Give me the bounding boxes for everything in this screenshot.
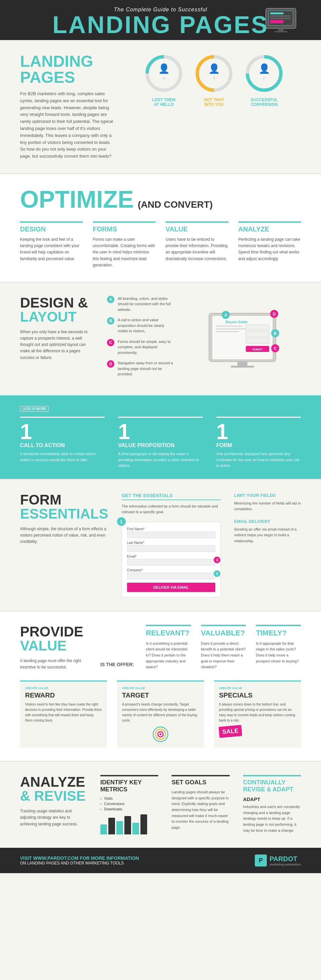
optimize-value-text: Users have to be enticed to provide thei…: [166, 236, 228, 262]
form-input-email[interactable]: [127, 559, 216, 566]
relevant-title: RELEVANT?: [146, 625, 191, 637]
optimize-col-value: VALUE Users have to be enticed to provid…: [166, 221, 228, 269]
circle-wrap-1: 👤 ✕: [144, 53, 184, 94]
target-svg: [152, 726, 169, 743]
form-field-company: Company* 2: [127, 568, 216, 579]
optimize-cols: DESIGN Keeping the look and feel of a la…: [20, 221, 301, 269]
email-delivery-title: EMAIL DELIVERY: [234, 519, 301, 524]
design-points: A All branding, colors, and styles shoul…: [107, 296, 174, 382]
circle-svg-2: 👤 ?: [194, 53, 234, 94]
design-point-b: B A call to action and value proposition…: [107, 317, 174, 334]
svg-text:C: C: [274, 346, 277, 351]
footer-text: VISIT WWW.PARDOT.COM FOR MORE INFORMATIO…: [20, 856, 139, 865]
design-point-d: D Navigation away from or around a landi…: [107, 360, 174, 377]
design-point-c: C Forms should be simple, easy to comple…: [107, 339, 174, 356]
intro-circles: 👤 ✕ LOST THEM AT HELLO 👤 ? NOT THAT: [127, 53, 301, 114]
optimize-title: OPTIMIZE (AND CONVERT): [20, 187, 301, 212]
provide-value-section: PROVIDE VALUE A landing page must offer …: [0, 611, 321, 761]
form-input-company[interactable]: [127, 573, 216, 579]
less-cta-title: CALL TO ACTION: [20, 442, 105, 449]
analyze-left: ANALYZE & REVISE Tracking usage statisti…: [20, 775, 87, 834]
bar-6: [141, 815, 147, 834]
point-letter-a: A: [107, 296, 114, 303]
footer-text-content: VISIT WWW.PARDOT.COM FOR MORE INFORMATIO…: [20, 856, 139, 861]
analyze-col-metrics: IDENTIFY KEY METRICS Visits Conversions …: [100, 775, 158, 834]
metric-downloads: Downloads: [100, 807, 158, 811]
less-form-title: FORM: [216, 442, 301, 449]
logo-icon: P: [255, 854, 267, 867]
less-col-value-prop: 1 VALUE PROPOSITION A short paragraph or…: [118, 417, 203, 469]
form-mockup: 1 First Name* Last Name* Email* 3 Compan…: [122, 522, 221, 597]
bar-2: [109, 818, 115, 834]
get-essentials-title: GET THE ESSENTIALS: [122, 493, 221, 500]
value-question-timely: TIMELY? Is it appropriate for that stage…: [256, 625, 301, 670]
form-input-firstname[interactable]: [127, 531, 216, 538]
form-field-email: Email* 3: [127, 555, 216, 566]
continually-title: CONTINUALLY REVISE & ADAPT: [243, 775, 301, 793]
valuable-title: VALUABLE?: [201, 625, 246, 637]
form-num-3: 3: [214, 557, 220, 563]
circle-wrap-2: 👤 ?: [194, 53, 234, 94]
footer-section: VISIT WWW.PARDOT.COM FOR MORE INFORMATIO…: [0, 848, 321, 873]
svg-text:✓: ✓: [263, 76, 265, 80]
circle-svg-3: 👤 ✓: [244, 53, 284, 94]
reward-card-title: REWARD: [25, 692, 102, 699]
form-num-2: 2: [214, 570, 220, 577]
less-num-3: 1: [216, 421, 301, 442]
optimize-col-design: DESIGN Keeping the look and feel of a la…: [20, 221, 83, 269]
analyze-revise-section: ANALYZE & REVISE Tracking usage statisti…: [0, 762, 321, 848]
optimize-big-text: OPTIMIZE: [20, 187, 134, 212]
reward-card-label: CREATE VALUE: [25, 687, 102, 690]
svg-text:✕: ✕: [163, 76, 165, 80]
optimize-sub-text: (AND CONVERT): [138, 199, 212, 210]
design-text: When you only have a few seconds to capt…: [20, 329, 94, 361]
form-essentials-inner: FORM ESSENTIALS Although simple, the str…: [20, 493, 301, 597]
specials-card-text: It always comes down to the bottom line,…: [219, 702, 296, 723]
form-essentials-section: FORM ESSENTIALS Although simple, the str…: [0, 479, 321, 611]
svg-text:A: A: [224, 313, 227, 318]
point-text-a: All branding, colors, and styles should …: [118, 296, 174, 313]
form-submit-btn[interactable]: DELIVER VIA EMAIL: [127, 583, 216, 592]
design-right: A All branding, colors, and styles shoul…: [107, 296, 301, 382]
intro-section: LANDING PAGES For B2B marketers with lon…: [0, 40, 321, 173]
specials-card-label: CREATE VALUE: [219, 687, 296, 690]
less-is-more-section: LESS IS MORE 1 CALL TO ACTION It should …: [0, 395, 321, 479]
adapt-title: ADAPT: [243, 796, 301, 802]
target-card-text: A prospect's needs change constantly. Ta…: [122, 702, 199, 723]
monitor-mockup: A D B C Buyers Guide: [184, 296, 301, 382]
circle-wrap-3: 👤 ✓: [244, 53, 284, 94]
form-input-lastname[interactable]: [127, 545, 216, 552]
specials-card-title: SPECIALS: [219, 692, 296, 699]
optimize-col-analyze: ANALYZE Perfecting a landing page can ta…: [238, 221, 301, 269]
form-num-pin-1: 1: [117, 517, 126, 526]
footer-text-line3: ON LANDING PAGES AND OTHER MARKETING TOO…: [20, 861, 139, 865]
identify-metrics-title: IDENTIFY KEY METRICS: [100, 775, 158, 793]
metric-conversions: Conversions: [100, 802, 158, 806]
value-cards: CREATE VALUE REWARD Visitors need to fee…: [20, 681, 301, 748]
bar-1: [100, 824, 107, 834]
sale-badge: SALE: [219, 725, 243, 738]
header-section: The Complete Guide to Successful LANDING…: [0, 0, 321, 40]
svg-text:👤: 👤: [208, 63, 220, 74]
logo-subtext: marketing automation: [270, 863, 301, 866]
form-essentials-title: FORM ESSENTIALS: [20, 493, 109, 521]
svg-rect-6: [270, 20, 284, 23]
less-vp-title: VALUE PROPOSITION: [118, 442, 203, 449]
optimize-analyze-title: ANALYZE: [238, 221, 301, 233]
less-num-2: 1: [118, 421, 203, 442]
value-question-valuable: VALUABLE? Does it provide a direct benef…: [201, 625, 246, 670]
circle-label-1: LOST THEM AT HELLO: [152, 97, 175, 107]
svg-text:👤: 👤: [259, 63, 270, 74]
point-text-c: Forms should be simple, easy to complete…: [118, 339, 174, 356]
optimize-design-text: Keeping the look and feel of a landing p…: [20, 236, 83, 262]
optimize-forms-title: FORMS: [93, 221, 156, 233]
form-essentials-text: Although simple, the structure of a form…: [20, 526, 109, 545]
design-left: DESIGN & LAYOUT When you only have a few…: [20, 296, 94, 382]
svg-rect-36: [246, 332, 269, 337]
footer-url[interactable]: WWW.PARDOT.COM: [33, 856, 78, 861]
point-letter-d: D: [107, 360, 114, 368]
timely-title: TIMELY?: [256, 625, 301, 637]
optimize-section: OPTIMIZE (AND CONVERT) DESIGN Keeping th…: [0, 174, 321, 282]
less-cols: 1 CALL TO ACTION It should be immediatel…: [20, 417, 301, 469]
metric-visits: Visits: [100, 796, 158, 800]
